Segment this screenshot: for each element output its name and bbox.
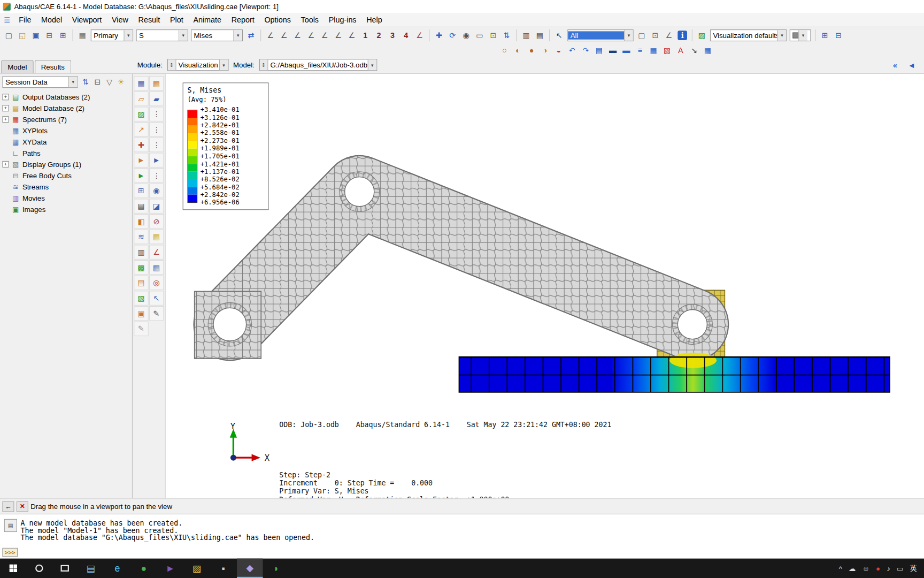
magnify-view-icon[interactable]: ◉ <box>460 29 473 42</box>
plot-contours-icon[interactable]: ▨ <box>134 107 149 121</box>
menu-item[interactable]: Help <box>361 14 387 25</box>
box-zoom-icon[interactable]: ▭ <box>473 29 486 42</box>
view-preset-4-button[interactable]: 4 <box>399 29 412 42</box>
taskbar-app-wechat[interactable]: ◗ <box>264 559 289 578</box>
menu-item[interactable]: Tools <box>296 14 324 25</box>
menu-item[interactable]: Animate <box>189 14 226 25</box>
tree-search-icon[interactable]: ☀ <box>116 77 127 88</box>
selection-scope-combo[interactable]: All ▾ <box>567 29 633 41</box>
animate-harmonic-icon[interactable]: ► <box>134 168 149 183</box>
tab-results[interactable]: Results <box>35 60 71 73</box>
fea-model-view[interactable]: Y X <box>166 74 924 498</box>
allow-multiple-plot-states-icon[interactable]: ⊞ <box>134 184 149 199</box>
taskbar-app-abaqus[interactable]: ◆ <box>237 559 263 578</box>
menu-grip-icon[interactable]: ☰ <box>0 16 14 24</box>
viewport-manager-icon[interactable]: ⊟ <box>832 29 845 42</box>
menu-item[interactable]: Result <box>134 14 165 25</box>
pan-view-icon[interactable]: ✚ <box>433 29 445 42</box>
undo-icon[interactable]: ↶ <box>566 44 579 57</box>
menu-item[interactable]: Plot <box>165 14 188 25</box>
menu-item[interactable]: Model <box>36 14 67 25</box>
create-annotation-icon[interactable]: ✎ <box>149 306 164 321</box>
measure-icon[interactable]: ∠ <box>663 29 675 42</box>
model-combo[interactable]: ⇕ G:/Abaqus_files/XIU/Job-3.odb ▾ <box>259 59 377 71</box>
color-code-target-combo[interactable]: ▾ <box>790 29 811 41</box>
animate-scale-factor-icon[interactable]: ► <box>149 153 164 168</box>
module-combo[interactable]: ⇕ Visualization ▾ <box>167 59 229 71</box>
viewport-tile-vertical-icon[interactable]: ▤ <box>533 29 546 42</box>
component-combo[interactable]: Mises ▾ <box>191 29 243 41</box>
activate-view-cut-icon[interactable]: ◧ <box>134 214 149 229</box>
taskbar-app-folder[interactable]: ▨ <box>184 559 210 578</box>
tree-item-free-body-cuts[interactable]: + ⊟ Free Body Cuts <box>0 170 132 181</box>
menu-item[interactable]: View <box>107 14 133 25</box>
tree-item-display-groups[interactable]: + ▧ Display Groups (1) <box>0 158 132 170</box>
tree-item-movies[interactable]: + ▥ Movies <box>0 192 132 203</box>
tree-item-spectrums[interactable]: + ▦ Spectrums (7) <box>0 114 132 125</box>
annotation-arrow-icon[interactable]: ↘ <box>688 44 700 57</box>
path-manager-icon[interactable]: ∠ <box>149 245 164 260</box>
tray-badge-icon[interactable]: ● <box>876 564 880 572</box>
tree-filter-icon[interactable]: ▽ <box>104 77 115 88</box>
menu-item[interactable]: Viewport <box>67 14 106 25</box>
tree-expander-icon[interactable]: + <box>2 116 9 123</box>
view-cut-manager-icon[interactable]: ◪ <box>149 199 164 214</box>
menu-item[interactable]: Report <box>227 14 259 25</box>
symbol-options-icon[interactable]: ⋮ <box>149 122 164 137</box>
ply-stack-plot-icon[interactable]: ▧ <box>134 291 149 306</box>
probe-values-table-icon[interactable]: ▦ <box>701 44 714 57</box>
contour-options-icon[interactable]: ⋮ <box>149 107 164 121</box>
new-model-database-icon[interactable]: ▢ <box>2 29 15 42</box>
view-iso-icon[interactable]: ∠ <box>345 29 358 42</box>
tab-model[interactable]: Model <box>1 60 33 73</box>
display-group-either-icon[interactable]: ◒ <box>552 44 565 57</box>
fit-view-icon[interactable]: ⊡ <box>487 29 499 42</box>
capture-icon[interactable]: ⊞ <box>57 29 70 42</box>
session-data-combo[interactable]: Session Data ▾ <box>2 76 78 88</box>
view-back-icon[interactable]: ∠ <box>278 29 290 42</box>
save-model-database-icon[interactable]: ▣ <box>29 29 42 42</box>
plot-symbols-icon[interactable]: ↗ <box>134 122 149 137</box>
tree-item-xyplots[interactable]: + ▦ XYPlots <box>0 125 132 136</box>
tree-item-model-database[interactable]: + ▤ Model Database (2) <box>0 103 132 114</box>
free-body-cut-manager-icon[interactable]: ⊘ <box>149 214 164 229</box>
job-diagnostics-icon[interactable]: ▣ <box>134 306 149 321</box>
first-frame-icon[interactable]: « <box>889 59 902 72</box>
selection-filter-icon[interactable]: ▢ <box>635 29 648 42</box>
tray-user-icon[interactable]: ☺ <box>862 564 869 572</box>
tray-volume-icon[interactable]: ♪ <box>887 564 890 572</box>
frame-combo[interactable]: Primary ▾ <box>91 29 133 41</box>
view-preset-2-button[interactable]: 2 <box>372 29 385 42</box>
tray-expand-icon[interactable]: ^ <box>839 564 842 572</box>
sync-field-output-icon[interactable]: ⇄ <box>244 29 257 42</box>
create-viewport-icon[interactable]: ⊞ <box>819 29 831 42</box>
plot-material-orientations-icon[interactable]: ✚ <box>134 138 149 153</box>
taskbar-app-console[interactable]: ▪ <box>210 559 236 578</box>
tree-item-paths[interactable]: + ∟ Paths <box>0 148 132 159</box>
custom-view-icon[interactable]: ∠ <box>413 29 426 42</box>
plot-state-banded-icon[interactable]: ▬ <box>620 44 633 57</box>
tree-expander-icon[interactable]: + <box>2 161 9 168</box>
prompt-back-button[interactable]: ← <box>2 501 14 512</box>
viewport-canvas[interactable]: Y X S, Mises (Avg: 75%) +3.410e-01+3.126… <box>166 74 924 498</box>
frame-selector-tool-icon[interactable]: ▦ <box>149 76 164 91</box>
animate-time-history-icon[interactable]: ► <box>134 153 149 168</box>
query-information-icon[interactable]: ◉ <box>149 184 164 199</box>
menu-item[interactable]: Plug-ins <box>324 14 361 25</box>
field-output-dialog-icon[interactable]: ▦ <box>134 76 149 91</box>
viewport-tile-horizontal-icon[interactable]: ▥ <box>520 29 533 42</box>
results-tree-icon[interactable]: ▤ <box>134 199 149 214</box>
probe-values-icon[interactable]: ◎ <box>149 276 164 291</box>
view-left-icon[interactable]: ∠ <box>318 29 331 42</box>
view-preset-3-button[interactable]: 3 <box>386 29 399 42</box>
message-area-icon[interactable]: ▤ <box>4 519 17 532</box>
ime-indicator[interactable]: 英 <box>910 563 917 573</box>
color-code-palette-icon[interactable]: ▨ <box>695 29 708 42</box>
tree-item-streams[interactable]: + ≋ Streams <box>0 181 132 192</box>
plot-state-lines-icon[interactable]: ≡ <box>634 44 646 57</box>
plot-deformed-icon[interactable]: ▰ <box>149 92 164 107</box>
start-button[interactable] <box>0 559 26 578</box>
tree-collapse-icon[interactable]: ⊟ <box>92 77 103 88</box>
create-xy-data-icon[interactable]: ▦ <box>149 230 164 245</box>
rotate-view-icon[interactable]: ⟳ <box>446 29 459 42</box>
